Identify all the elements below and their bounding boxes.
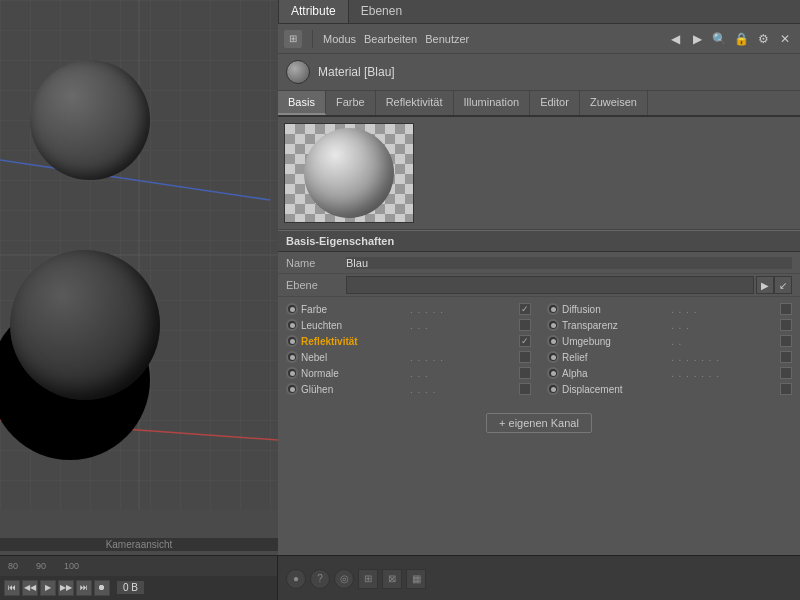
add-channel-button[interactable]: + eigenen Kanal	[486, 413, 592, 433]
frame-display: 0 B	[116, 580, 145, 595]
ebene-field[interactable]	[346, 276, 754, 294]
channel-transparenz-check[interactable]	[780, 319, 792, 331]
sub-tabs: Basis Farbe Reflektivität Illumination E…	[278, 91, 800, 117]
add-channel-wrapper: + eigenen Kanal	[278, 401, 800, 445]
channel-gluehen-check[interactable]	[519, 383, 531, 395]
channel-col-right: Diffusion . . . . Transparenz . . .	[539, 301, 800, 397]
channel-alpha-label: Alpha	[562, 368, 668, 379]
channel-reflektivitaet-check[interactable]: ✓	[519, 335, 531, 347]
app-window: Kameraansicht Attribute Ebenen ⊞ Modus B…	[0, 0, 800, 600]
channel-farbe-radio[interactable]	[286, 303, 298, 315]
subtab-zuweisen[interactable]: Zuweisen	[580, 91, 648, 115]
bottom-circle-icon-3[interactable]: ◎	[334, 569, 354, 589]
search-icon[interactable]: 🔍	[710, 30, 728, 48]
channel-normale-check[interactable]	[519, 367, 531, 379]
ebene-arrow-btn[interactable]: ▶	[756, 276, 774, 294]
channel-leuchten-check[interactable]	[519, 319, 531, 331]
channel-gluehen: Glühen . . . .	[278, 381, 539, 397]
channel-transparenz-radio[interactable]	[547, 319, 559, 331]
transport-prev-btn[interactable]: ◀◀	[22, 580, 38, 596]
channel-nebel-label: Nebel	[301, 352, 407, 363]
channel-umgebung-radio[interactable]	[547, 335, 559, 347]
ebene-row: Ebene ▶ ↙	[278, 274, 800, 297]
channel-normale-radio[interactable]	[286, 367, 298, 379]
menu-bearbeiten[interactable]: Bearbeiten	[364, 33, 417, 45]
bottom-circle-icon-2[interactable]: ?	[310, 569, 330, 589]
channel-nebel-check[interactable]	[519, 351, 531, 363]
bottom-circle-icon-1[interactable]: ●	[286, 569, 306, 589]
channel-alpha-dots: . . . . . . .	[671, 368, 777, 379]
channel-leuchten-radio[interactable]	[286, 319, 298, 331]
channel-displacement-label: Displacement	[562, 384, 668, 395]
channel-relief-radio[interactable]	[547, 351, 559, 363]
channel-displacement-check[interactable]	[780, 383, 792, 395]
material-preview-small	[286, 60, 310, 84]
channel-umgebung-dots: . .	[671, 336, 777, 347]
channel-transparenz-dots: . . .	[671, 320, 777, 331]
material-name: Material [Blau]	[318, 65, 395, 79]
bottom-bar-left: 80 90 100 ⏮ ◀◀ ▶ ▶▶ ⏭ ⏺ 0 B	[0, 556, 278, 600]
channel-nebel-radio[interactable]	[286, 351, 298, 363]
channel-alpha-check[interactable]	[780, 367, 792, 379]
channel-relief: Relief . . . . . . .	[539, 349, 800, 365]
channel-transparenz-label: Transparenz	[562, 320, 668, 331]
channel-col-left: Farbe . . . . . ✓ Leuchten . . .	[278, 301, 539, 397]
channel-umgebung-check[interactable]	[780, 335, 792, 347]
channel-displacement-radio[interactable]	[547, 383, 559, 395]
channel-leuchten-label: Leuchten	[301, 320, 407, 331]
subtab-reflektivitaet[interactable]: Reflektivität	[376, 91, 454, 115]
timeline-ruler: 80 90 100	[0, 556, 277, 576]
preview-area	[278, 117, 800, 230]
channel-relief-check[interactable]	[780, 351, 792, 363]
settings-icon[interactable]: ⚙	[754, 30, 772, 48]
right-panel: Attribute Ebenen ⊞ Modus Bearbeiten Benu…	[278, 0, 800, 555]
top-tab-bar: Attribute Ebenen	[278, 0, 800, 24]
channel-nebel: Nebel . . . . .	[278, 349, 539, 365]
preview-sphere	[304, 128, 394, 218]
preview-sphere-container	[284, 123, 414, 223]
name-input[interactable]	[346, 257, 792, 269]
subtab-farbe[interactable]: Farbe	[326, 91, 376, 115]
channel-farbe: Farbe . . . . . ✓	[278, 301, 539, 317]
menu-modus[interactable]: Modus	[323, 33, 356, 45]
transport-record-btn[interactable]: ⏺	[94, 580, 110, 596]
channel-farbe-check[interactable]: ✓	[519, 303, 531, 315]
channel-gluehen-radio[interactable]	[286, 383, 298, 395]
ebene-cursor-btn[interactable]: ↙	[774, 276, 792, 294]
tab-ebenen[interactable]: Ebenen	[349, 0, 414, 23]
timeline-marker-90: 90	[36, 561, 46, 571]
channel-relief-dots: . . . . . . .	[671, 352, 777, 363]
channel-diffusion-check[interactable]	[780, 303, 792, 315]
subtab-basis[interactable]: Basis	[278, 91, 326, 115]
close-icon[interactable]: ✕	[776, 30, 794, 48]
toolbar-grid-icon[interactable]: ⊞	[284, 30, 302, 48]
arrow-left-icon[interactable]: ◀	[666, 30, 684, 48]
transport-next-btn[interactable]: ▶▶	[58, 580, 74, 596]
name-row: Name	[278, 252, 800, 274]
channel-reflektivitaet-radio[interactable]	[286, 335, 298, 347]
viewport-label: Kameraansicht	[0, 538, 278, 551]
properties-section: Basis-Eigenschaften Name Ebene ▶ ↙	[278, 230, 800, 555]
lock-icon[interactable]: 🔒	[732, 30, 750, 48]
channel-reflektivitaet-label: Reflektivität	[301, 336, 407, 347]
bottom-grid-icon[interactable]: ⊠	[382, 569, 402, 589]
menu-benutzer[interactable]: Benutzer	[425, 33, 469, 45]
transport-start-btn[interactable]: ⏮	[4, 580, 20, 596]
arrow-right-icon[interactable]: ▶	[688, 30, 706, 48]
transport-play-btn[interactable]: ▶	[40, 580, 56, 596]
bottom-square-icon[interactable]: ⊞	[358, 569, 378, 589]
3d-viewport[interactable]: Kameraansicht	[0, 0, 278, 555]
channel-alpha-radio[interactable]	[547, 367, 559, 379]
channel-diffusion-radio[interactable]	[547, 303, 559, 315]
toolbar-right-icons: ◀ ▶ 🔍 🔒 ⚙ ✕	[666, 30, 794, 48]
toolbar-separator	[312, 30, 313, 48]
subtab-illumination[interactable]: Illumination	[454, 91, 531, 115]
channel-farbe-dots: . . . . .	[410, 304, 516, 315]
subtab-editor[interactable]: Editor	[530, 91, 580, 115]
sphere-top	[30, 60, 150, 180]
channel-alpha: Alpha . . . . . . .	[539, 365, 800, 381]
channel-umgebung: Umgebung . .	[539, 333, 800, 349]
bottom-layout-icon[interactable]: ▦	[406, 569, 426, 589]
transport-end-btn[interactable]: ⏭	[76, 580, 92, 596]
tab-attribute[interactable]: Attribute	[278, 0, 349, 23]
